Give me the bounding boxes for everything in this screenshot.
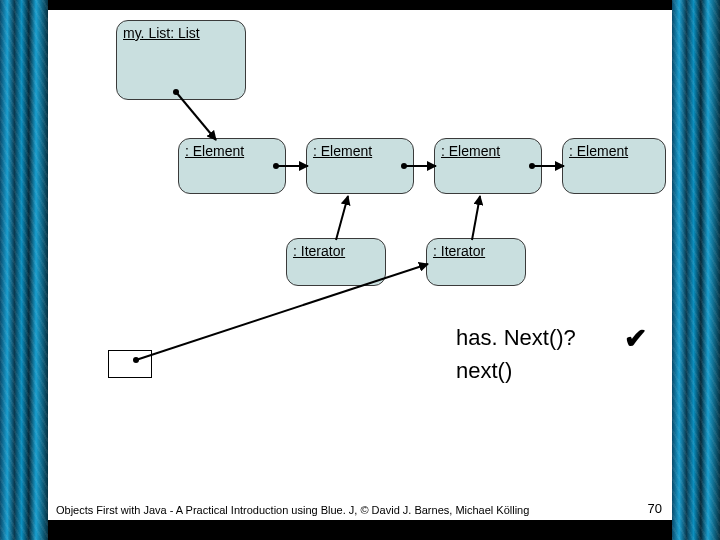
slide: my. List: List : Element : Element : Ele… [0, 0, 720, 540]
diagram-area: my. List: List : Element : Element : Ele… [48, 10, 672, 520]
object-element-3: : Element [434, 138, 542, 194]
object-element-4: : Element [562, 138, 666, 194]
object-iterator-1-label: : Iterator [293, 243, 345, 259]
svg-line-8 [336, 196, 348, 240]
object-element-4-label: : Element [569, 143, 628, 159]
footer-text: Objects First with Java - A Practical In… [48, 504, 672, 516]
decor-right [672, 0, 720, 540]
object-iterator-1: : Iterator [286, 238, 386, 286]
content-area: my. List: List : Element : Element : Ele… [48, 0, 672, 540]
call-hasnext: has. Next()? [456, 325, 576, 351]
object-element-1-label: : Element [185, 143, 244, 159]
object-element-2: : Element [306, 138, 414, 194]
object-list-label: my. List: List [123, 25, 200, 41]
top-band [48, 0, 672, 10]
object-element-2-label: : Element [313, 143, 372, 159]
object-element-1: : Element [178, 138, 286, 194]
page-number: 70 [648, 501, 662, 516]
variable-box [108, 350, 152, 378]
call-next: next() [456, 358, 512, 384]
check-icon: ✔ [624, 322, 647, 355]
object-element-3-label: : Element [441, 143, 500, 159]
object-iterator-2-label: : Iterator [433, 243, 485, 259]
decor-left [0, 0, 48, 540]
object-iterator-2: : Iterator [426, 238, 526, 286]
svg-line-9 [472, 196, 480, 240]
object-list: my. List: List [116, 20, 246, 100]
